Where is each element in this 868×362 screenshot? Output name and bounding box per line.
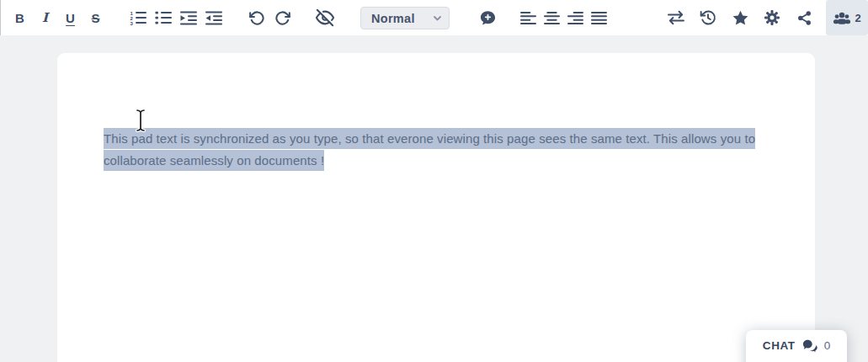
align-center-icon (544, 11, 560, 25)
pad-actions-group (666, 0, 814, 35)
chevron-down-icon (434, 16, 441, 21)
text-cursor (135, 108, 146, 136)
paragraph-style-dropdown[interactable]: Normal (360, 7, 450, 29)
format-group: B I U S (11, 0, 104, 35)
indent-button[interactable] (179, 0, 197, 35)
hide-authorship-icon (316, 8, 334, 27)
undo-button[interactable] (248, 0, 266, 35)
strikethrough-icon: S (91, 11, 99, 25)
strikethrough-button[interactable]: S (87, 0, 104, 35)
ordered-list-icon: 1 2 3 (130, 10, 146, 25)
editor-toolbar: B I U S 1 2 3 (0, 0, 868, 35)
share-icon (796, 10, 812, 26)
paragraph-style-value: Normal (371, 12, 415, 25)
outdent-button[interactable] (205, 0, 222, 35)
users-count: 2 (855, 12, 860, 24)
favorite-button[interactable] (730, 0, 750, 35)
outdent-icon (205, 11, 222, 25)
underline-button[interactable]: U (61, 0, 79, 35)
bold-icon: B (15, 11, 24, 25)
align-center-button[interactable] (543, 0, 561, 35)
share-button[interactable] (794, 0, 814, 35)
align-justify-icon (591, 11, 607, 25)
italic-icon: I (42, 10, 48, 25)
align-justify-button[interactable] (590, 0, 608, 35)
align-group (519, 0, 608, 35)
add-comment-button[interactable] (477, 0, 498, 35)
history-icon (700, 9, 716, 26)
settings-icon (764, 9, 780, 26)
unordered-list-button[interactable] (154, 0, 172, 35)
import-export-button[interactable] (666, 0, 686, 35)
pad-text[interactable]: This pad text is synchronized as you typ… (57, 53, 773, 171)
align-right-button[interactable] (567, 0, 584, 35)
ordered-list-button[interactable]: 1 2 3 (129, 0, 146, 35)
italic-button[interactable]: I (36, 0, 54, 35)
chat-label: CHAT (763, 338, 796, 354)
list-group: 1 2 3 (129, 0, 222, 35)
bold-button[interactable]: B (11, 0, 29, 35)
star-icon (732, 9, 749, 27)
unordered-list-icon (155, 10, 172, 25)
comment-icon (479, 9, 497, 27)
chat-bubbles-icon (801, 338, 818, 354)
undo-icon (249, 10, 265, 26)
svg-text:3: 3 (130, 21, 133, 26)
indent-icon (180, 11, 197, 25)
align-left-icon (520, 11, 536, 25)
timeslider-button[interactable] (698, 0, 718, 35)
redo-icon (274, 10, 290, 26)
redo-button[interactable] (274, 0, 291, 35)
editor-pad[interactable]: This pad text is synchronized as you typ… (57, 53, 815, 362)
hide-authorship-button[interactable] (314, 0, 336, 35)
selected-text: This pad text is synchronized as you typ… (104, 128, 755, 171)
import-export-icon (667, 10, 685, 25)
chat-button[interactable]: CHAT 0 (746, 330, 847, 362)
align-left-button[interactable] (519, 0, 537, 35)
users-button[interactable]: 2 (826, 0, 868, 35)
history-group (248, 0, 291, 35)
underline-icon: U (66, 11, 75, 25)
comment-group (477, 0, 498, 35)
users-icon (833, 10, 851, 25)
settings-button[interactable] (762, 0, 782, 35)
chat-count: 0 (824, 338, 831, 354)
align-right-icon (567, 11, 583, 25)
authorship-group (314, 0, 336, 35)
